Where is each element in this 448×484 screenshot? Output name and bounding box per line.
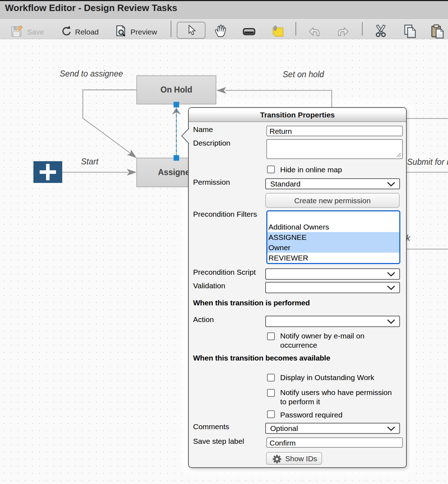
svg-text:Start: Start (81, 157, 99, 166)
svg-text:Set on hold: Set on hold (283, 70, 325, 79)
svg-text:On Hold: On Hold (160, 85, 192, 94)
svg-text:Submit for review: Submit for review (407, 157, 448, 167)
svg-text:Send to assignee: Send to assignee (60, 69, 123, 78)
